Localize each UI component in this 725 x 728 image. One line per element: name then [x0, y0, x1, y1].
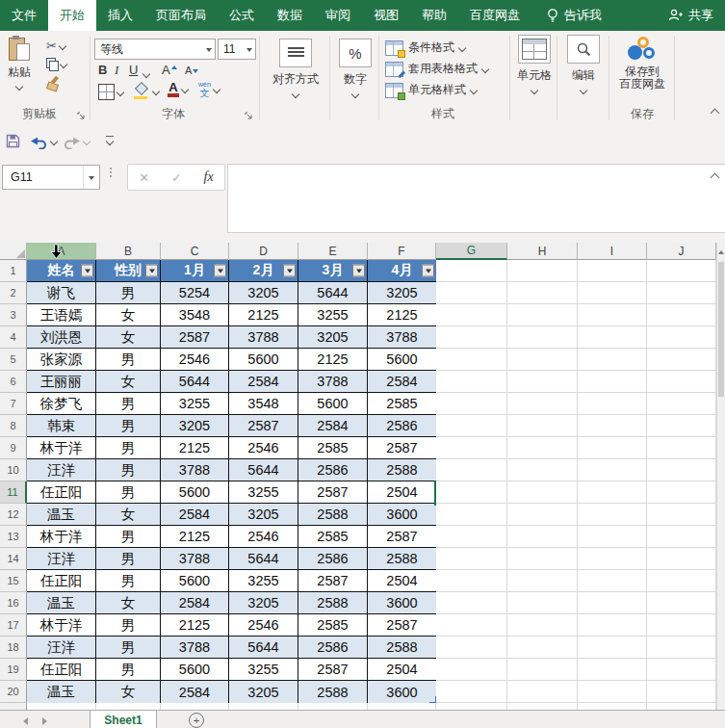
cell-B12[interactable]: 女: [96, 504, 161, 526]
cell-J18[interactable]: [647, 637, 716, 659]
name-box-dropdown[interactable]: [83, 166, 99, 189]
row-header-18[interactable]: 18: [0, 637, 27, 659]
cell-J5[interactable]: [647, 349, 716, 371]
cell-H4[interactable]: [507, 326, 578, 349]
cell-A20[interactable]: 温玉: [27, 681, 96, 703]
vertical-scrollbar[interactable]: [716, 243, 725, 710]
cell-J16[interactable]: [647, 592, 716, 614]
row-header-6[interactable]: 6: [0, 371, 27, 393]
cell-I21[interactable]: [578, 703, 647, 710]
cell-E14[interactable]: 2586: [298, 548, 368, 570]
cell-D18[interactable]: 5644: [229, 637, 298, 659]
cell-C13[interactable]: 2125: [161, 526, 229, 548]
cell-E5[interactable]: 2125: [298, 349, 368, 371]
cell-J14[interactable]: [647, 548, 716, 570]
cell-C20[interactable]: 2584: [161, 681, 229, 703]
filter-button-姓名[interactable]: [81, 265, 93, 277]
editing-button[interactable]: 编辑: [562, 35, 605, 93]
cell-J8[interactable]: [647, 415, 716, 437]
cell-F12[interactable]: 3600: [368, 504, 436, 526]
cell-I6[interactable]: [578, 371, 647, 393]
cell-C18[interactable]: 3788: [161, 637, 229, 659]
cell-D7[interactable]: 3548: [229, 393, 298, 415]
cell-J10[interactable]: [647, 459, 716, 481]
underline-button[interactable]: U: [129, 63, 138, 77]
cell-D3[interactable]: 2125: [229, 304, 298, 326]
cell-A13[interactable]: 林于洋: [27, 526, 96, 548]
column-header-C[interactable]: C: [161, 243, 229, 260]
undo-button[interactable]: [30, 134, 57, 149]
cell-C8[interactable]: 3205: [161, 415, 229, 437]
cell-B14[interactable]: 男: [96, 548, 161, 570]
cell-I18[interactable]: [578, 637, 647, 659]
paste-dropdown[interactable]: [15, 83, 23, 91]
cell-F2[interactable]: 3205: [368, 282, 436, 304]
borders-button[interactable]: [98, 84, 123, 100]
collapse-formula-bar-button[interactable]: [711, 173, 720, 183]
cell-J19[interactable]: [647, 659, 716, 681]
cell-B11[interactable]: 男: [96, 481, 161, 504]
number-button[interactable]: % 数字: [335, 39, 375, 97]
cell-D21[interactable]: [229, 703, 298, 710]
cell-B7[interactable]: 男: [96, 393, 161, 415]
cell-C12[interactable]: 2584: [161, 504, 229, 526]
cell-H10[interactable]: [507, 459, 578, 481]
table-header-C1[interactable]: 1月: [161, 260, 229, 282]
undo-dropdown[interactable]: [50, 138, 58, 145]
cell-J17[interactable]: [647, 614, 716, 637]
cell-E16[interactable]: 2588: [298, 592, 368, 614]
cell-J1[interactable]: [647, 260, 716, 282]
cell-A12[interactable]: 温玉: [27, 504, 96, 526]
cell-C16[interactable]: 2584: [161, 592, 229, 614]
row-header-12[interactable]: 12: [0, 504, 27, 526]
cell-G18[interactable]: [436, 637, 507, 659]
cell-A17[interactable]: 林于洋: [27, 614, 96, 637]
cell-C7[interactable]: 3255: [161, 393, 229, 415]
column-header-B[interactable]: B: [96, 243, 161, 260]
filter-button-2月[interactable]: [283, 265, 296, 277]
cell-D4[interactable]: 3788: [229, 326, 298, 349]
alignment-button[interactable]: 对齐方式: [271, 39, 321, 97]
column-header-G[interactable]: G: [436, 243, 507, 260]
cell-G14[interactable]: [436, 548, 507, 570]
cell-A5[interactable]: 张家源: [27, 349, 96, 371]
cell-I14[interactable]: [578, 548, 647, 570]
cell-H17[interactable]: [507, 614, 578, 637]
cell-C2[interactable]: 5254: [161, 282, 229, 304]
cell-I9[interactable]: [578, 437, 647, 459]
row-header-17[interactable]: 17: [0, 614, 27, 637]
scrollbar-thumb[interactable]: [718, 262, 724, 397]
select-all-button[interactable]: [0, 243, 27, 260]
tab-公式[interactable]: 公式: [218, 0, 266, 31]
cell-J3[interactable]: [647, 304, 716, 326]
cell-E4[interactable]: 3205: [298, 326, 368, 349]
cell-I2[interactable]: [578, 282, 647, 304]
cell-E17[interactable]: 2585: [298, 614, 368, 637]
cell-A11[interactable]: 任正阳: [27, 481, 96, 504]
column-header-H[interactable]: H: [507, 243, 578, 260]
cell-D13[interactable]: 2546: [229, 526, 298, 548]
cell-F11[interactable]: 2504: [368, 481, 436, 504]
cell-B3[interactable]: 女: [96, 304, 161, 326]
cell-J4[interactable]: [647, 326, 716, 349]
cell-A9[interactable]: 林于洋: [27, 437, 96, 459]
cell-H20[interactable]: [507, 681, 578, 703]
cell-A3[interactable]: 王语嫣: [27, 304, 96, 326]
cell-E2[interactable]: 5644: [298, 282, 368, 304]
cell-I3[interactable]: [578, 304, 647, 326]
tab-数据[interactable]: 数据: [266, 0, 314, 31]
row-header-2[interactable]: 2: [0, 282, 27, 304]
cell-E6[interactable]: 3788: [298, 371, 368, 393]
cells-button[interactable]: 单元格: [514, 35, 555, 93]
cell-J9[interactable]: [647, 437, 716, 459]
cell-J6[interactable]: [647, 371, 716, 393]
cell-D6[interactable]: 2584: [229, 371, 298, 393]
cell-G17[interactable]: [436, 614, 507, 637]
cell-F7[interactable]: 2585: [368, 393, 436, 415]
cell-D5[interactable]: 5600: [229, 349, 298, 371]
column-header-F[interactable]: F: [368, 243, 436, 260]
cell-H14[interactable]: [507, 548, 578, 570]
cell-I5[interactable]: [578, 349, 647, 371]
cell-H18[interactable]: [507, 637, 578, 659]
tab-页面布局[interactable]: 页面布局: [144, 0, 218, 31]
